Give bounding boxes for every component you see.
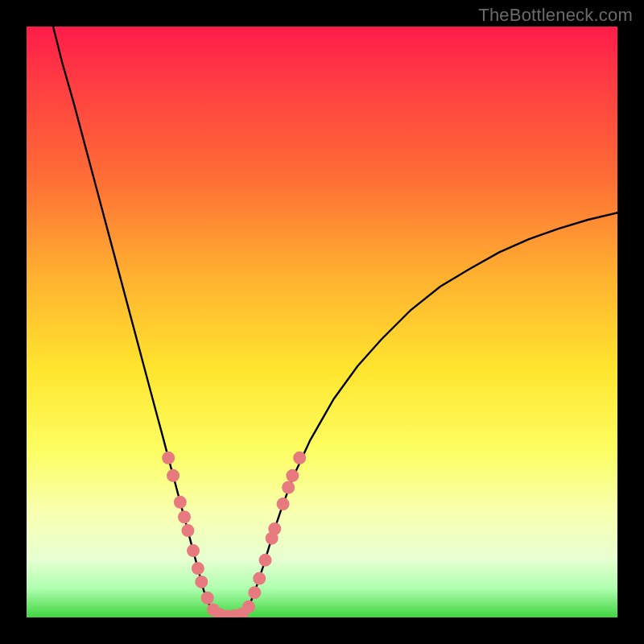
bead-point [286, 469, 299, 482]
bead-point [242, 601, 255, 613]
bottleneck-curve [53, 27, 617, 617]
bead-point [174, 496, 187, 509]
watermark-text: TheBottleneck.com [478, 5, 633, 26]
bead-point [293, 452, 306, 464]
beads-group [162, 452, 306, 617]
bead-point [181, 524, 194, 537]
bead-point [162, 452, 175, 464]
bead-point [277, 497, 290, 510]
bead-point [195, 576, 208, 588]
curve-group [53, 27, 617, 617]
bead-point [201, 592, 214, 605]
bead-point [187, 544, 200, 557]
bead-point [253, 572, 266, 585]
bead-point [178, 510, 191, 523]
bead-point [282, 481, 295, 494]
chart-svg [27, 27, 617, 617]
bead-point [248, 586, 261, 599]
bead-point [167, 469, 180, 482]
plot-area [27, 27, 617, 617]
chart-frame: TheBottleneck.com [0, 0, 644, 644]
bead-point [192, 562, 204, 575]
bead-point [268, 522, 281, 535]
bead-point [259, 554, 272, 567]
